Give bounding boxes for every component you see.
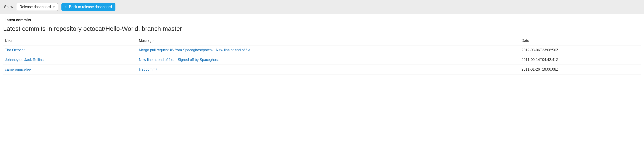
back-button-label: Back to release dashboard: [69, 5, 112, 9]
col-header-message: Message: [137, 36, 520, 45]
page-heading: Latest commits in repository octocat/Hel…: [0, 24, 644, 36]
user-link[interactable]: The Octocat: [5, 48, 24, 52]
message-link[interactable]: first commit: [139, 68, 157, 71]
table-row: The Octocat Merge pull request #6 from S…: [3, 45, 641, 55]
message-link[interactable]: Merge pull request #6 from Spaceghost/pa…: [139, 48, 251, 52]
show-label: Show: [4, 5, 13, 9]
user-link[interactable]: cameronmcefee: [5, 68, 31, 71]
col-header-user: User: [3, 36, 137, 45]
dropdown-value: Release dashboard: [20, 5, 51, 9]
user-link[interactable]: Johnneylee Jack Rollins: [5, 58, 44, 62]
toolbar: Show Release dashboard Back to release d…: [0, 0, 644, 14]
caret-down-icon: [53, 6, 55, 8]
chevron-left-icon: [65, 6, 67, 8]
commits-table: User Message Date The Octocat Merge pull…: [3, 36, 641, 74]
date-cell: 2011-01-26T19:06:08Z: [520, 65, 641, 74]
view-dropdown[interactable]: Release dashboard: [16, 3, 58, 11]
table-row: cameronmcefee first commit 2011-01-26T19…: [3, 65, 641, 74]
date-cell: 2011-09-14T04:42:41Z: [520, 55, 641, 65]
message-link[interactable]: New line at end of file. --Signed off by…: [139, 58, 219, 62]
col-header-date: Date: [520, 36, 641, 45]
back-button[interactable]: Back to release dashboard: [62, 3, 116, 11]
date-cell: 2012-03-06T23:06:50Z: [520, 45, 641, 55]
table-row: Johnneylee Jack Rollins New line at end …: [3, 55, 641, 65]
tab-title: Latest commits: [0, 14, 644, 24]
